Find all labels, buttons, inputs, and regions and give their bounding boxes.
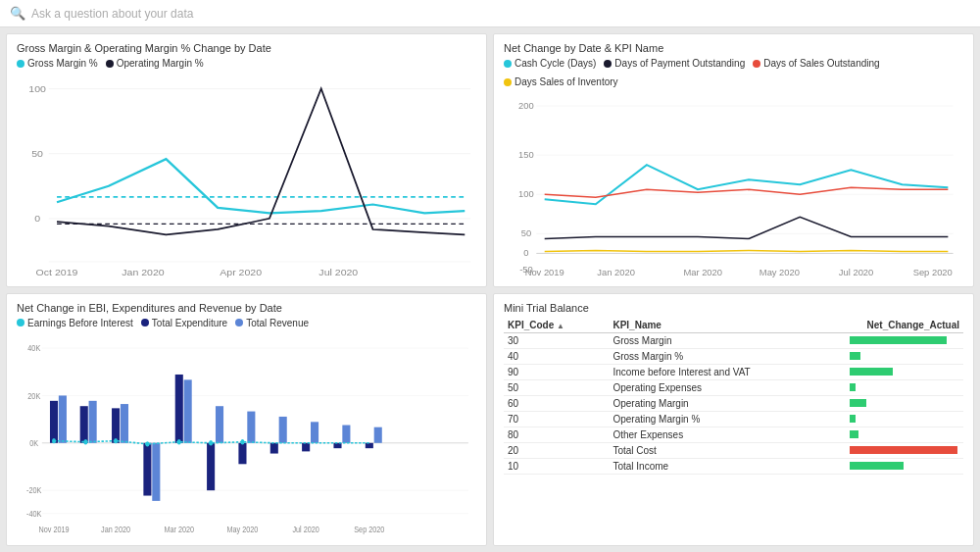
svg-point-63: [52, 437, 56, 442]
legend-label-sales: Days of Sales Outstanding: [763, 58, 879, 69]
negative-bar: [850, 446, 957, 454]
svg-point-68: [209, 440, 213, 445]
legend-dot-revenue: [235, 319, 243, 326]
table-row: 10Total Income: [504, 458, 963, 474]
svg-rect-47: [143, 442, 151, 495]
net-change-kpi-title: Net Change by Date & KPI Name: [504, 42, 963, 54]
svg-text:Jul 2020: Jul 2020: [292, 524, 319, 534]
kpi-bar-cell: [846, 395, 963, 411]
bar-container: [850, 461, 959, 471]
svg-text:100: 100: [28, 83, 46, 94]
dashboard: Gross Margin & Operating Margin % Change…: [0, 27, 980, 552]
svg-rect-56: [279, 416, 287, 442]
kpi-bar-cell: [846, 427, 963, 442]
kpi-code-cell: 40: [504, 348, 609, 364]
kpi-name-cell: Total Cost: [609, 442, 846, 458]
table-row: 90Income before Interest and VAT: [504, 364, 963, 379]
positive-bar: [850, 430, 858, 438]
trial-balance-table-container[interactable]: KPI_Code ▲ KPI_Name Net_Change_Actual 30…: [504, 318, 963, 538]
svg-text:Sep 2020: Sep 2020: [354, 524, 384, 534]
svg-text:0: 0: [523, 249, 528, 259]
net-change-kpi-legend: Cash Cycle (Days) Days of Payment Outsta…: [504, 58, 963, 87]
kpi-code-cell: 50: [504, 379, 609, 395]
svg-rect-43: [80, 406, 88, 443]
table-row: 20Total Cost: [504, 442, 963, 458]
net-change-ebi-title: Net Change in EBI, Expenditures and Reve…: [17, 302, 476, 314]
kpi-code-cell: 80: [504, 427, 609, 442]
net-change-kpi-chart: 200 150 100 50 0 -50: [504, 91, 963, 278]
legend-label-expenditure: Total Expenditure: [152, 318, 227, 328]
svg-text:Sep 2020: Sep 2020: [913, 269, 953, 278]
legend-dot-sales: [753, 60, 760, 68]
legend-total-expenditure: Total Expenditure: [141, 318, 227, 328]
bar-container: [850, 445, 959, 455]
kpi-bar-cell: [846, 332, 963, 348]
gross-margin-legend: Gross Margin % Operating Margin %: [17, 58, 476, 69]
positive-bar: [850, 399, 866, 407]
svg-text:Jul 2020: Jul 2020: [839, 269, 873, 278]
kpi-bar-cell: [846, 442, 963, 458]
top-bar: 🔍 Ask a question about your data: [0, 0, 980, 27]
svg-point-69: [240, 439, 244, 444]
table-row: 70Operating Margin %: [504, 411, 963, 427]
trial-balance-table: KPI_Code ▲ KPI_Name Net_Change_Actual 30…: [504, 318, 963, 475]
legend-ebi: Earnings Before Interest: [17, 318, 133, 328]
svg-text:Apr 2020: Apr 2020: [220, 268, 262, 278]
mini-trial-balance-panel: Mini Trial Balance KPI_Code ▲ KPI_Name N…: [493, 293, 974, 547]
kpi-code-cell: 70: [504, 411, 609, 427]
legend-operating-margin: Operating Margin %: [106, 58, 204, 69]
legend-sales-outstanding: Days of Sales Outstanding: [753, 58, 879, 69]
kpi-name-cell: Operating Expenses: [609, 379, 846, 395]
svg-rect-61: [366, 442, 373, 447]
kpi-bar-cell: [846, 348, 963, 364]
table-row: 80Other Expenses: [504, 427, 963, 442]
svg-rect-48: [152, 442, 160, 500]
kpi-bar-cell: [846, 458, 963, 474]
svg-text:Jan 2020: Jan 2020: [101, 524, 130, 534]
svg-text:20K: 20K: [27, 389, 40, 400]
svg-rect-51: [207, 442, 215, 489]
legend-dot-cash: [504, 60, 512, 68]
legend-dot-operating: [106, 60, 114, 68]
svg-point-65: [114, 437, 118, 442]
svg-text:150: 150: [518, 150, 534, 160]
bar-container: [850, 414, 959, 424]
positive-bar: [850, 368, 893, 376]
positive-bar: [850, 415, 856, 423]
svg-text:40K: 40K: [27, 342, 40, 353]
positive-bar: [850, 352, 860, 360]
bar-container: [850, 382, 959, 392]
svg-text:-20K: -20K: [26, 484, 42, 495]
legend-dot-expenditure: [141, 319, 149, 326]
col-kpi-code[interactable]: KPI_Code ▲: [504, 318, 609, 333]
svg-text:0: 0: [34, 213, 40, 224]
svg-text:Mar 2020: Mar 2020: [164, 524, 194, 534]
table-row: 60Operating Margin: [504, 395, 963, 411]
svg-text:100: 100: [518, 189, 534, 199]
kpi-name-cell: Total Income: [609, 458, 846, 474]
svg-text:May 2020: May 2020: [760, 269, 800, 278]
svg-rect-42: [59, 395, 67, 442]
svg-text:Mar 2020: Mar 2020: [683, 269, 722, 278]
ask-question-label[interactable]: Ask a question about your data: [31, 7, 193, 21]
col-kpi-name[interactable]: KPI_Name: [609, 318, 846, 333]
legend-label-revenue: Total Revenue: [246, 318, 309, 328]
legend-total-revenue: Total Revenue: [235, 318, 309, 328]
svg-text:Nov 2019: Nov 2019: [38, 524, 69, 534]
svg-rect-60: [342, 425, 350, 442]
bar-container: [850, 335, 959, 345]
svg-text:Nov 2019: Nov 2019: [525, 269, 564, 278]
kpi-name-cell: Gross Margin: [609, 332, 846, 348]
kpi-name-cell: Income before Interest and VAT: [609, 364, 846, 379]
col-net-change[interactable]: Net_Change_Actual: [846, 318, 963, 333]
svg-rect-58: [311, 422, 318, 442]
svg-text:Jan 2020: Jan 2020: [597, 269, 635, 278]
legend-days-inventory: Days Sales of Inventory: [504, 76, 618, 87]
legend-cash-cycle: Cash Cycle (Days): [504, 58, 596, 69]
svg-text:Jul 2020: Jul 2020: [318, 268, 358, 278]
svg-point-67: [177, 439, 181, 444]
svg-rect-57: [302, 442, 310, 451]
gross-margin-title: Gross Margin & Operating Margin % Change…: [17, 42, 476, 54]
bar-container: [850, 367, 959, 376]
table-row: 30Gross Margin: [504, 332, 963, 348]
